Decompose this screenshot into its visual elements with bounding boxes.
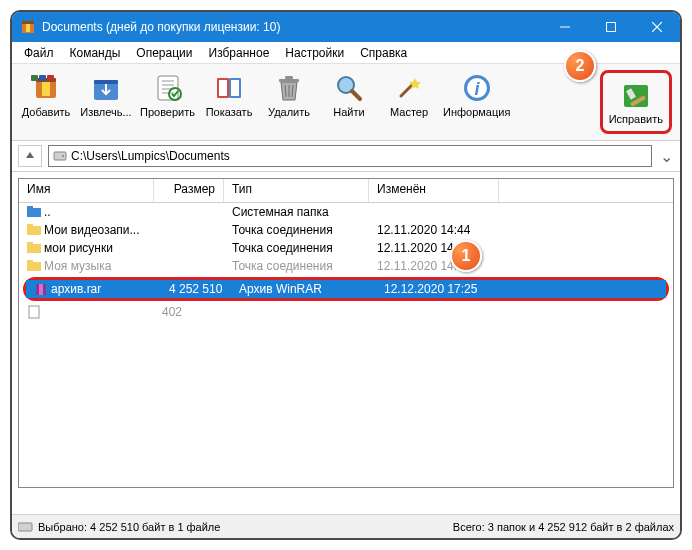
file-type <box>224 309 369 315</box>
file-list: Имя Размер Тип Изменён ..Системная папка… <box>18 178 674 488</box>
file-icon <box>27 305 41 319</box>
file-modified: 12.12.2020 17:25 <box>376 279 506 299</box>
disk-icon <box>53 149 67 163</box>
table-row[interactable]: Мои видеозапи...Точка соединения12.11.20… <box>19 221 673 239</box>
file-type: Архив WinRAR <box>231 279 376 299</box>
path-text: C:\Users\Lumpics\Documents <box>71 149 230 163</box>
col-modified[interactable]: Изменён <box>369 179 499 202</box>
test-button[interactable]: Проверить <box>136 70 199 120</box>
delete-icon <box>273 72 305 104</box>
file-name: архив.rar <box>51 282 101 296</box>
svg-rect-9 <box>42 82 50 96</box>
file-name: Моя музыка <box>44 259 111 273</box>
add-icon <box>30 72 62 104</box>
file-name: Мои видеозапи... <box>44 223 140 237</box>
svg-rect-42 <box>27 206 33 209</box>
svg-rect-11 <box>39 75 46 81</box>
svg-rect-47 <box>27 262 41 271</box>
path-dropdown-icon[interactable]: ⌄ <box>658 147 674 166</box>
info-label: Информация <box>443 106 510 118</box>
col-name[interactable]: Имя <box>19 179 154 202</box>
file-icon <box>27 241 41 255</box>
file-modified <box>369 309 499 315</box>
file-type: Точка соединения <box>224 256 369 276</box>
maximize-button[interactable] <box>588 12 634 42</box>
file-size <box>154 245 224 251</box>
view-button[interactable]: Показать <box>199 70 259 120</box>
statusbar: Выбрано: 4 252 510 байт в 1 файле Всего:… <box>12 514 680 538</box>
nav-up-button[interactable] <box>18 145 42 167</box>
file-type: Точка соединения <box>224 220 369 240</box>
close-button[interactable] <box>634 12 680 42</box>
up-arrow-icon <box>24 150 36 162</box>
file-icon <box>27 223 41 237</box>
menu-settings[interactable]: Настройки <box>277 44 352 62</box>
table-row[interactable]: архив.rar4 252 510Архив WinRAR12.12.2020… <box>26 280 666 298</box>
file-icon <box>27 259 41 273</box>
svg-rect-1 <box>22 21 34 24</box>
svg-rect-4 <box>607 23 616 32</box>
view-label: Показать <box>206 106 253 118</box>
menu-operations[interactable]: Операции <box>128 44 200 62</box>
menu-favorites[interactable]: Избранное <box>201 44 278 62</box>
menu-file[interactable]: Файл <box>16 44 62 62</box>
menu-help[interactable]: Справка <box>352 44 415 62</box>
annotation-badge-2: 2 <box>564 50 596 82</box>
status-icon <box>18 521 34 533</box>
window-title: Documents (дней до покупки лицензии: 10) <box>42 20 542 34</box>
file-icon <box>27 205 41 219</box>
svg-rect-10 <box>31 75 38 81</box>
find-icon <box>333 72 365 104</box>
annotation-badge-1: 1 <box>450 240 482 272</box>
minimize-button[interactable] <box>542 12 588 42</box>
titlebar: Documents (дней до покупки лицензии: 10) <box>12 12 680 42</box>
svg-rect-45 <box>27 244 41 253</box>
table-row[interactable]: ..Системная папка <box>19 203 673 221</box>
col-size[interactable]: Размер <box>154 179 224 202</box>
menu-commands[interactable]: Команды <box>62 44 129 62</box>
svg-rect-39 <box>54 152 66 160</box>
wizard-button[interactable]: Мастер <box>379 70 439 120</box>
file-name: .. <box>44 205 51 219</box>
svg-rect-26 <box>285 76 293 79</box>
delete-label: Удалить <box>268 106 310 118</box>
extract-button[interactable]: Извлечь... <box>76 70 136 120</box>
svg-rect-24 <box>231 80 239 96</box>
add-button[interactable]: Добавить <box>16 70 76 120</box>
find-button[interactable]: Найти <box>319 70 379 120</box>
file-icon <box>34 282 48 296</box>
file-size <box>154 209 224 215</box>
view-icon <box>213 72 245 104</box>
svg-rect-14 <box>94 80 118 84</box>
path-input[interactable]: C:\Users\Lumpics\Documents <box>48 145 652 167</box>
svg-rect-12 <box>47 75 54 81</box>
list-header: Имя Размер Тип Изменён <box>19 179 673 203</box>
table-row[interactable]: мои рисункиТочка соединения12.11.2020 14… <box>19 239 673 257</box>
test-icon <box>152 72 184 104</box>
wizard-icon <box>393 72 425 104</box>
status-total: Всего: 3 папок и 4 252 912 байт в 2 файл… <box>453 521 674 533</box>
selection-highlight: архив.rar4 252 510Архив WinRAR12.12.2020… <box>23 277 669 301</box>
repair-button[interactable]: Исправить <box>605 77 667 127</box>
test-label: Проверить <box>140 106 195 118</box>
delete-button[interactable]: Удалить <box>259 70 319 120</box>
svg-rect-46 <box>27 242 33 245</box>
table-row[interactable]: Моя музыкаТочка соединения12.11.2020 14:… <box>19 257 673 275</box>
info-button[interactable]: i Информация <box>439 70 514 120</box>
repair-icon <box>620 79 652 111</box>
file-size: 402 <box>154 302 224 322</box>
info-icon: i <box>461 72 493 104</box>
file-modified <box>369 209 499 215</box>
file-size <box>154 227 224 233</box>
svg-rect-41 <box>27 208 41 217</box>
svg-rect-2 <box>26 24 30 32</box>
svg-rect-51 <box>29 306 39 318</box>
svg-point-40 <box>62 155 64 157</box>
table-row[interactable]: 402 <box>19 303 673 321</box>
svg-rect-23 <box>219 80 227 96</box>
file-type: Точка соединения <box>224 238 369 258</box>
wizard-label: Мастер <box>390 106 428 118</box>
svg-rect-44 <box>27 224 33 227</box>
col-type[interactable]: Тип <box>224 179 369 202</box>
file-name: мои рисунки <box>44 241 113 255</box>
